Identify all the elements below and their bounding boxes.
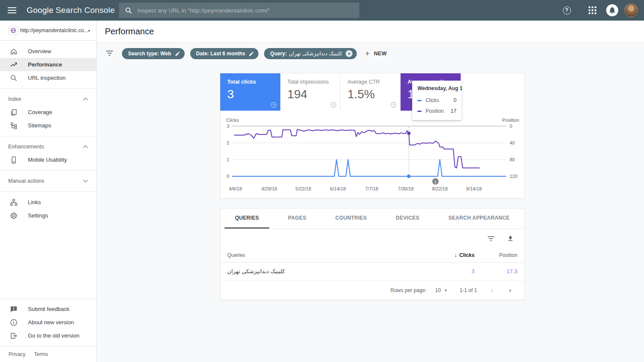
tab-search-appearance[interactable]: SEARCH APPEARANCE (438, 208, 520, 229)
table-toolbar (220, 229, 524, 248)
content-area: Total clicks 3 ? Total impressions 194 ?… (97, 64, 644, 362)
privacy-link[interactable]: Privacy (9, 351, 25, 357)
help-button[interactable]: ? (562, 5, 572, 15)
performance-line-chart[interactable]: 302401800120ClicksPosition4/6/184/29/185… (220, 111, 525, 199)
submit-feedback-link[interactable]: Submit feedback (0, 302, 96, 316)
section-label: Manual actions (8, 178, 44, 184)
column-queries[interactable]: Queries (227, 252, 427, 258)
svg-text:0: 0 (510, 124, 512, 129)
sidebar-item-label: Links (28, 199, 41, 205)
tab-devices[interactable]: DEVICES (386, 208, 430, 229)
card-total-clicks[interactable]: Total clicks 3 ? (220, 73, 280, 111)
help-icon[interactable]: ? (271, 102, 276, 108)
sidebar-item-performance[interactable]: Performance (0, 58, 96, 71)
hamburger-menu-icon[interactable] (7, 5, 17, 15)
svg-text:80: 80 (510, 157, 515, 162)
position-cell: 17.3 (474, 268, 517, 275)
close-icon[interactable]: × (346, 50, 352, 57)
tab-queries[interactable]: QUERIES (225, 208, 269, 229)
sidebar-item-coverage[interactable]: Coverage (0, 106, 96, 119)
about-new-version-link[interactable]: About new version (0, 316, 96, 329)
pencil-icon[interactable] (249, 51, 254, 57)
table-filter-icon[interactable] (486, 234, 495, 243)
rows-per-page-label: Rows per page: (390, 287, 426, 293)
property-selector[interactable]: http://peymandentalclinic.co... ▾ (0, 21, 96, 41)
sidebar-item-sitemaps[interactable]: Sitemaps (0, 119, 96, 132)
download-icon[interactable] (506, 234, 515, 243)
apps-grid-button[interactable] (587, 5, 598, 15)
pencil-icon[interactable] (175, 51, 180, 57)
page-header: Performance (97, 21, 644, 43)
sidebar: http://peymandentalclinic.co... ▾ Overvi… (0, 21, 97, 362)
go-old-version-link[interactable]: Go to the old version (0, 329, 96, 342)
column-position[interactable]: Position (474, 252, 517, 258)
performance-chart-panel: Total clicks 3 ? Total impressions 194 ?… (220, 73, 525, 199)
help-icon[interactable]: ? (391, 102, 396, 108)
chevron-down-icon (83, 179, 88, 183)
tab-pages[interactable]: PAGES (278, 208, 317, 229)
sidebar-item-label: Mobile Usability (28, 157, 67, 163)
chip-query[interactable]: Query: کلینیک دندانپزشکی تهران × (264, 48, 357, 59)
card-value: 194 (287, 87, 340, 101)
next-page-button[interactable]: › (503, 283, 517, 298)
plus-icon: + (365, 49, 370, 58)
card-total-impressions[interactable]: Total impressions 194 ? (280, 73, 340, 111)
apps-grid-icon (589, 6, 596, 14)
url-inspection-searchbar[interactable] (119, 3, 359, 18)
tooltip-position-row: Position 17 (417, 106, 456, 116)
chevron-down-icon: ▾ (88, 28, 90, 33)
card-average-ctr[interactable]: Average CTR 1.5% ? (340, 73, 401, 111)
chip-search-type[interactable]: Search type: Web (122, 48, 184, 59)
svg-text:7/30/18: 7/30/18 (398, 186, 414, 191)
user-avatar[interactable] (624, 3, 638, 17)
sidebar-item-links[interactable]: Links (0, 196, 96, 209)
terms-link[interactable]: Terms (34, 351, 48, 357)
svg-text:Clicks: Clicks (226, 118, 239, 123)
sidebar-item-url-inspection[interactable]: URL inspection (0, 71, 96, 84)
gear-icon (10, 212, 18, 220)
sidebar-item-settings[interactable]: Settings (0, 209, 96, 222)
svg-text:4/29/18: 4/29/18 (261, 186, 277, 191)
column-clicks-label: Clicks (459, 252, 474, 258)
card-label: Total impressions (287, 79, 340, 85)
svg-text:120: 120 (510, 174, 517, 179)
property-icon (9, 26, 18, 35)
svg-text:1: 1 (227, 157, 229, 162)
card-filler (461, 73, 524, 111)
previous-page-button[interactable]: ‹ (485, 283, 499, 298)
sort-desc-icon: ↓ (454, 252, 457, 258)
sidebar-item-overview[interactable]: Overview (0, 45, 96, 58)
rows-per-page-select[interactable]: 10 ▾ (435, 287, 447, 293)
help-icon[interactable]: ? (331, 102, 336, 108)
tooltip-clicks-label: Clicks (425, 97, 453, 103)
svg-text:6/14/18: 6/14/18 (330, 186, 346, 191)
section-index[interactable]: Index (0, 93, 96, 106)
search-input[interactable] (137, 7, 353, 14)
column-clicks-sorted[interactable]: ↓Clicks (427, 252, 474, 258)
chip-query-value: کلینیک دندانپزشکی تهران (289, 51, 342, 57)
sidebar-item-mobile-usability[interactable]: Mobile Usability (0, 153, 96, 166)
sidebar-item-label: Coverage (28, 109, 52, 115)
legal-links: Privacy Terms (0, 346, 96, 362)
chip-date[interactable]: Date: Last 6 months (190, 48, 259, 59)
sidebar-footer: Submit feedback About new version Go to … (0, 299, 96, 362)
section-manual-actions[interactable]: Manual actions (0, 175, 96, 187)
rows-per-page-value: 10 (435, 287, 441, 293)
tab-countries[interactable]: COUNTRIES (325, 208, 377, 229)
search-icon (125, 7, 132, 14)
help-icon: ? (563, 6, 571, 15)
sidebar-item-label: URL inspection (28, 75, 66, 81)
new-filter-button[interactable]: + NEW (365, 49, 387, 58)
section-enhancements[interactable]: Enhancements (0, 140, 96, 153)
filter-list-icon[interactable] (106, 50, 114, 57)
bell-icon (609, 7, 615, 14)
sidebar-item-label: Performance (28, 61, 62, 68)
chip-label: Search type: Web (128, 51, 171, 57)
svg-text:9/14/18: 9/14/18 (466, 186, 482, 191)
notifications-button[interactable] (606, 4, 618, 16)
tooltip-position-label: Position (425, 108, 451, 114)
top-bar: GoogleSearch Console ? (0, 0, 644, 21)
main-content: Performance Search type: Web Date: Last … (97, 21, 644, 362)
query-cell[interactable]: کلینیک دندانپزشکی تهران (227, 268, 427, 275)
dimensions-table-panel: QUERIES PAGES COUNTRIES DEVICES SEARCH A… (220, 208, 525, 300)
